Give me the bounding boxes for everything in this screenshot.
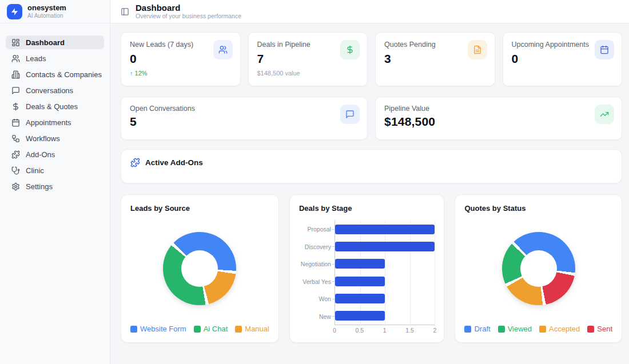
gridline <box>435 221 435 326</box>
page-title: Dashboard <box>136 3 241 13</box>
y-axis-label: Won <box>299 290 335 308</box>
calendar-icon <box>11 118 20 127</box>
stat-value: 5 <box>130 115 359 129</box>
calendar-icon <box>600 45 609 54</box>
sidebar-item-label: Deals & Quotes <box>26 102 78 111</box>
donut-hole <box>181 250 218 287</box>
legend-swatch <box>130 326 137 333</box>
building-icon <box>11 70 20 79</box>
bar-verbal-yes <box>335 277 385 286</box>
sidebar-item-appointments[interactable]: Appointments <box>6 115 104 129</box>
sidebar-item-add-ons[interactable]: Add-Ons <box>6 147 104 161</box>
stat-card-pipeline-value: Pipeline Value$148,500 <box>375 97 622 140</box>
legend-label: Accepted <box>549 325 580 333</box>
stat-icon-badge <box>340 105 360 124</box>
page-subtitle: Overview of your business performance <box>136 13 241 21</box>
message-square-icon <box>11 86 20 95</box>
bar-new <box>335 311 385 321</box>
stat-cards-row: New Leads (7 days)0↑ 12%Deals in Pipelin… <box>121 32 622 86</box>
sidebar-item-label: Workflows <box>26 134 60 143</box>
sidebar-item-label: Leads <box>26 54 46 63</box>
bar-plot-area: ProposalDiscoveryNegotiationVerbal YesWo… <box>299 221 435 325</box>
dollar-icon <box>345 45 355 54</box>
y-axis-label: Discovery <box>299 238 335 256</box>
stat-icon-badge <box>595 40 614 59</box>
sidebar-item-dashboard[interactable]: Dashboard <box>6 35 104 49</box>
users-icon <box>218 45 228 54</box>
main-area: Dashboard Overview of your business perf… <box>110 0 629 364</box>
legend-item-accepted[interactable]: Accepted <box>539 325 580 333</box>
sidebar-item-settings[interactable]: Settings <box>6 179 104 193</box>
stat-icon-badge <box>468 40 487 59</box>
sidebar-item-label: Contacts & Companies <box>26 70 102 79</box>
chart-legend: DraftViewedAcceptedSent <box>464 325 612 334</box>
sidebar-toggle[interactable] <box>121 7 129 16</box>
message-square-icon <box>345 110 355 119</box>
sidebar-item-conversations[interactable]: Conversations <box>6 83 104 97</box>
bar-won <box>335 294 385 303</box>
legend-swatch <box>587 326 594 333</box>
legend-item-draft[interactable]: Draft <box>464 325 490 333</box>
bar-row <box>335 238 435 255</box>
sidebar-item-label: Appointments <box>26 118 71 127</box>
legend-swatch <box>194 326 201 333</box>
layout-dashboard-icon <box>11 38 20 47</box>
legend-item-website-form[interactable]: Website Form <box>130 325 186 333</box>
y-axis-label: Verbal Yes <box>299 273 335 291</box>
users-icon <box>11 54 20 63</box>
stethoscope-icon <box>11 166 20 175</box>
x-tick-label: 1.5 <box>405 327 414 334</box>
sidebar-item-label: Conversations <box>26 86 73 95</box>
puzzle-icon <box>11 150 20 159</box>
sidebar-nav: DashboardLeadsContacts & CompaniesConver… <box>0 23 110 199</box>
legend-swatch <box>235 326 242 333</box>
stat-label: Open Conversations <box>130 105 359 113</box>
bar-row <box>335 255 435 273</box>
x-tick-label: 0.5 <box>356 327 364 334</box>
chart-card-deals-by-stage: Deals by StageProposalDiscoveryNegotiati… <box>289 194 445 343</box>
brand-name: onesystem <box>27 3 66 13</box>
quotes-by-status-donut <box>502 232 575 305</box>
legend-item-sent[interactable]: Sent <box>587 325 612 333</box>
x-axis: 00.511.52 <box>335 325 435 334</box>
bar-proposal <box>335 225 435 234</box>
stat-value: $148,500 <box>384 115 613 129</box>
sidebar-item-contacts-companies[interactable]: Contacts & Companies <box>6 67 104 81</box>
sidebar-item-leads[interactable]: Leads <box>6 51 104 65</box>
legend-item-ai-chat[interactable]: Ai Chat <box>194 325 228 333</box>
bar-row <box>335 307 435 325</box>
chart-title: Quotes by Status <box>464 204 612 213</box>
legend-item-manual[interactable]: Manual <box>235 325 269 333</box>
chart-card-leads-by-source: Leads by SourceWebsite FormAi ChatManual <box>121 194 279 343</box>
y-axis: ProposalDiscoveryNegotiationVerbal YesWo… <box>299 221 335 325</box>
legend-item-viewed[interactable]: Viewed <box>498 325 532 333</box>
stat-card-upcoming-appointments: Upcoming Appointments0 <box>503 32 623 86</box>
sidebar-item-workflows[interactable]: Workflows <box>6 131 104 145</box>
legend-swatch <box>539 326 546 333</box>
bar-chart: ProposalDiscoveryNegotiationVerbal YesWo… <box>299 221 435 334</box>
x-tick-label: 0 <box>333 327 336 334</box>
stat-icon-badge <box>213 40 233 59</box>
stat-icon-badge <box>595 105 614 124</box>
top-header: Dashboard Overview of your business perf… <box>110 0 629 23</box>
workflow-icon <box>11 134 20 143</box>
stat-card-open-conversations: Open Conversations5 <box>121 97 368 140</box>
y-axis-label: Proposal <box>299 221 335 238</box>
wide-stat-cards-row: Open Conversations5Pipeline Value$148,50… <box>121 97 622 140</box>
y-axis-label: New <box>299 308 335 326</box>
sidebar-item-deals-quotes[interactable]: Deals & Quotes <box>6 99 104 113</box>
bar-row <box>335 273 435 290</box>
sidebar-item-clinic[interactable]: Clinic <box>6 163 104 177</box>
chart-card-quotes-by-status: Quotes by StatusDraftViewedAcceptedSent <box>455 194 622 343</box>
active-addons-title: Active Add-Ons <box>145 158 203 167</box>
bar-row <box>335 290 435 307</box>
active-addons-card: Active Add-Ons <box>121 149 622 183</box>
bar-discovery <box>335 242 435 251</box>
brand: onesystem AI Automation <box>0 0 110 23</box>
file-text-icon <box>473 45 482 54</box>
bar-row <box>335 221 435 238</box>
sidebar-item-label: Settings <box>26 182 53 191</box>
legend-label: Ai Chat <box>204 325 228 333</box>
stat-icon-badge <box>340 40 360 59</box>
chart-legend: Website FormAi ChatManual <box>130 325 269 334</box>
